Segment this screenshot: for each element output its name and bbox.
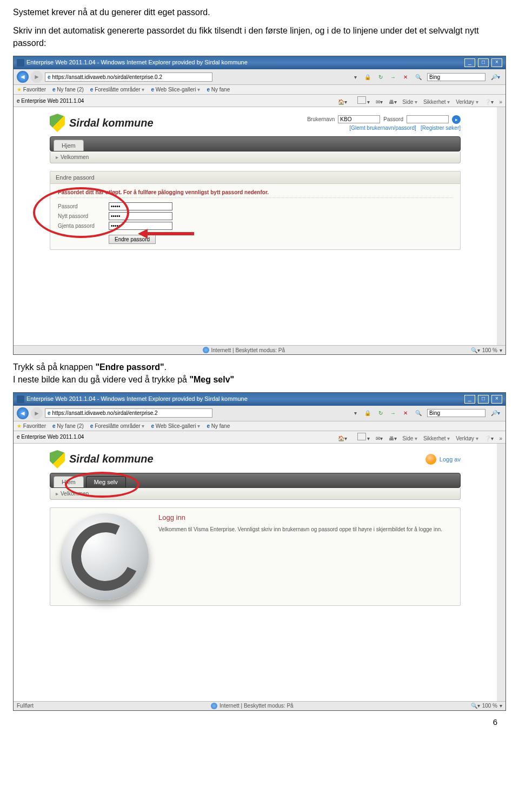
favorites-label[interactable]: Favoritter xyxy=(23,423,46,429)
tab-meg-selv[interactable]: Meg selv xyxy=(86,476,126,487)
fav-item-nyfane[interactable]: e Ny fane xyxy=(207,423,230,429)
subnav-velkommen[interactable]: Velkommen xyxy=(61,491,89,497)
nav-toolbar: ◄ ► ehttps://ansatt.idivaweb.no/sirdal/e… xyxy=(14,69,505,85)
favorites-star-icon[interactable]: ★ xyxy=(17,423,22,429)
username-input[interactable] xyxy=(338,115,380,123)
menu-sikkerhet[interactable]: Sikkerhet xyxy=(423,99,450,105)
page-viewport: Sirdal kommune Brukernavn Passord ▸ [Gle… xyxy=(14,107,505,345)
stop-icon[interactable]: ✕ xyxy=(401,409,410,417)
zoom-level[interactable]: 100 % xyxy=(482,347,497,353)
input-nytt-passord[interactable] xyxy=(109,212,172,220)
help-icon[interactable]: ❔▾ xyxy=(484,99,494,105)
close-button[interactable]: × xyxy=(491,395,502,404)
page-tab[interactable]: e Enterprise Web 2011.1.04 xyxy=(17,434,84,440)
favorites-label[interactable]: Favoritter xyxy=(23,87,46,93)
window-buttons: _ □ × xyxy=(463,395,502,404)
ie-window-icon xyxy=(17,395,24,403)
maximize-button[interactable]: □ xyxy=(478,395,489,404)
print-icon[interactable]: 🖶▾ xyxy=(389,99,397,105)
input-passord[interactable] xyxy=(109,202,172,210)
chevron-icon[interactable]: » xyxy=(499,435,502,441)
menu-verktoy[interactable]: Verktøy xyxy=(456,435,478,441)
sub-nav: ▸Velkommen xyxy=(50,151,461,163)
login-go-button[interactable]: ▸ xyxy=(452,115,461,124)
stop-icon[interactable]: ✕ xyxy=(401,73,410,81)
page-tab[interactable]: e Enterprise Web 2011.1.04 xyxy=(17,98,84,104)
dropdown-icon[interactable]: ▾ xyxy=(352,73,359,81)
print-icon[interactable]: 🖶▾ xyxy=(389,435,397,441)
refresh-icon[interactable]: ↻ xyxy=(376,73,385,81)
minimize-button[interactable]: _ xyxy=(464,58,475,67)
forward-button[interactable]: ► xyxy=(31,71,43,83)
site-logo: Sirdal kommune xyxy=(50,114,154,132)
menu-side[interactable]: Side xyxy=(402,99,417,105)
help-icon[interactable]: ❔▾ xyxy=(484,435,494,441)
fav-item-nyfane2[interactable]: e Ny fane (2) xyxy=(52,87,84,93)
mail-icon[interactable]: ✉▾ xyxy=(376,99,383,105)
chevron-icon[interactable]: » xyxy=(499,99,502,105)
dropdown-icon[interactable]: ▾ xyxy=(352,409,359,417)
menu-verktoy[interactable]: Verktøy xyxy=(456,99,478,105)
search-go-icon[interactable]: 🔎▾ xyxy=(489,73,502,81)
search-box[interactable] xyxy=(427,409,485,417)
home-icon[interactable]: 🏠▾ xyxy=(338,435,347,441)
search-go-icon[interactable]: 🔎▾ xyxy=(489,409,502,417)
fav-item-foreslatte[interactable]: e Foreslåtte områder xyxy=(90,423,145,429)
tab-hjem[interactable]: Hjem xyxy=(54,140,84,151)
register-link[interactable]: [Registrer søker] xyxy=(421,125,461,131)
login-panel: Logg inn Velkommen til Visma Enterprise.… xyxy=(50,507,461,606)
browser-window-1: Enterprise Web 2011.1.04 - Windows Inter… xyxy=(13,56,506,355)
endre-passord-button[interactable]: Endre passord xyxy=(109,235,156,244)
scrollbar-thumb[interactable] xyxy=(497,446,504,468)
zoom-level[interactable]: 100 % xyxy=(482,703,497,709)
search-box[interactable] xyxy=(427,73,485,81)
search-icon: 🔍 xyxy=(413,73,424,81)
minimize-button[interactable]: _ xyxy=(464,395,475,404)
menu-sikkerhet[interactable]: Sikkerhet xyxy=(423,435,450,441)
ie-window-icon xyxy=(17,59,24,67)
forward-button[interactable]: ► xyxy=(31,407,43,419)
feed-icon[interactable]: ▾ xyxy=(353,99,370,105)
login-text: Velkommen til Visma Enterprise. Vennligs… xyxy=(158,526,442,533)
fav-item-nyfane[interactable]: e Ny fane xyxy=(207,87,230,93)
feed-icon[interactable]: ▾ xyxy=(353,435,370,441)
status-zone: Internett | Beskyttet modus: På xyxy=(219,703,294,709)
favorites-star-icon[interactable]: ★ xyxy=(17,87,22,93)
nav-toolbar: ◄ ► ehttps://ansatt.idivaweb.no/sirdal/e… xyxy=(14,406,505,421)
address-bar[interactable]: ehttps://ansatt.idivaweb.no/sirdal/enter… xyxy=(45,72,212,82)
login-heading: Logg inn xyxy=(158,513,442,521)
maximize-button[interactable]: □ xyxy=(478,58,489,67)
go-icon[interactable]: → xyxy=(388,409,398,417)
home-icon[interactable]: 🏠▾ xyxy=(338,99,347,105)
fav-item-foreslatte[interactable]: e Foreslåtte områder xyxy=(90,87,145,93)
scrollbar-thumb[interactable] xyxy=(497,109,504,132)
panel-title: Endre passord xyxy=(50,171,460,184)
zoom-out-icon[interactable]: 🔍▾ xyxy=(471,347,480,353)
fav-item-nyfane2[interactable]: e Ny fane (2) xyxy=(52,423,84,429)
titlebar: Enterprise Web 2011.1.04 - Windows Inter… xyxy=(14,56,505,69)
password-input[interactable] xyxy=(407,115,449,123)
back-button[interactable]: ◄ xyxy=(17,71,29,83)
refresh-icon[interactable]: ↻ xyxy=(376,409,385,417)
back-button[interactable]: ◄ xyxy=(17,407,29,419)
forgot-link[interactable]: [Glemt brukernavn/passord] xyxy=(349,125,416,131)
input-gjenta-passord[interactable] xyxy=(109,222,172,230)
address-bar[interactable]: ehttps://ansatt.idivaweb.no/sirdal/enter… xyxy=(45,408,212,418)
menu-side[interactable]: Side xyxy=(402,435,417,441)
sub-nav: ▸Velkommen xyxy=(50,488,461,500)
person-icon xyxy=(425,454,436,465)
zoom-out-icon[interactable]: 🔍▾ xyxy=(471,703,480,709)
main-nav: Hjem xyxy=(50,136,461,151)
go-icon[interactable]: → xyxy=(388,73,398,81)
subnav-velkommen[interactable]: Velkommen xyxy=(61,154,89,160)
mail-icon[interactable]: ✉▾ xyxy=(376,435,383,441)
logout-link[interactable]: Logg av xyxy=(425,454,461,465)
globe-icon xyxy=(211,703,217,709)
site-name: Sirdal kommune xyxy=(69,117,154,129)
fav-item-slicegalleri[interactable]: e Web Slice-galleri xyxy=(151,87,200,93)
globe-icon xyxy=(203,347,209,353)
fav-item-slicegalleri[interactable]: e Web Slice-galleri xyxy=(151,423,200,429)
tab-hjem[interactable]: Hjem xyxy=(54,476,84,487)
lock-icon: 🔒 xyxy=(362,409,373,417)
close-button[interactable]: × xyxy=(491,58,502,67)
